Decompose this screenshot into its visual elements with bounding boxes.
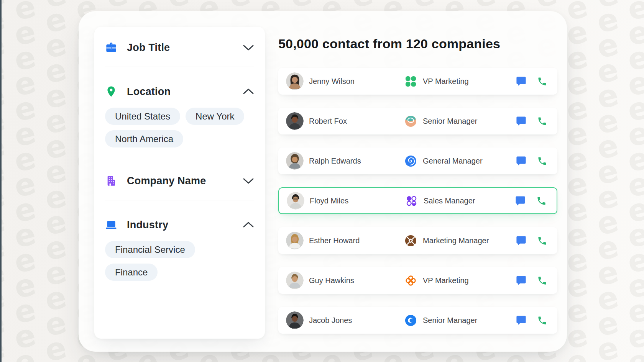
phone-button[interactable] (536, 155, 548, 167)
contact-name: Robert Fox (309, 117, 382, 126)
contact-list: Jenny Wilson VP Marketing (278, 68, 557, 334)
phone-button[interactable] (536, 275, 548, 286)
tag-row: North America (105, 130, 254, 147)
avatar (286, 311, 304, 329)
filter-label: Industry (127, 219, 243, 231)
chevron-down-icon (243, 177, 254, 184)
filter-tag-finance[interactable]: Finance (105, 264, 158, 281)
knot-logo (405, 275, 417, 287)
contact-row-guy-hawkins[interactable]: Guy Hawkins VP Marketing (278, 267, 557, 294)
drop-logo (405, 314, 417, 326)
chat-button[interactable] (515, 235, 527, 246)
filter-tag-north-america[interactable]: North America (105, 130, 183, 147)
spiral-logo (405, 155, 417, 167)
contact-row-jenny-wilson[interactable]: Jenny Wilson VP Marketing (278, 68, 557, 95)
rings-logo (406, 195, 417, 207)
chat-button[interactable] (515, 115, 527, 127)
avatar (286, 72, 304, 90)
screen-left-edge (0, 0, 2, 362)
tag-row: Finance (105, 264, 254, 281)
tag-row: Financial Service (105, 241, 254, 258)
filter-header-job-title[interactable]: Job Title (105, 37, 254, 58)
phone-button[interactable] (536, 235, 548, 246)
avatar (286, 152, 304, 170)
divider (105, 156, 254, 156)
briefcase-icon (105, 41, 117, 54)
phone-button[interactable] (536, 195, 547, 206)
filter-tag-united-states[interactable]: United States (105, 108, 180, 125)
clover-logo (405, 75, 417, 87)
chevron-up-icon (243, 221, 254, 228)
contact-job-title: Marketing Manager (423, 236, 515, 245)
contact-job-title: Senior Manager (423, 117, 515, 126)
swirl-logo (405, 115, 417, 127)
chat-button[interactable] (515, 314, 527, 326)
contact-name: Floyd Miles (310, 197, 383, 205)
contact-name: Jacob Jones (309, 316, 382, 325)
petals-logo (405, 235, 417, 247)
avatar (286, 112, 304, 130)
contact-row-ralph-edwards[interactable]: Ralph Edwards General Manager (278, 147, 557, 174)
chat-button[interactable] (515, 75, 527, 87)
filters-sidebar: Job Title Location (94, 27, 265, 339)
laptop-icon (105, 219, 117, 231)
building-icon (105, 175, 117, 187)
contact-row-robert-fox[interactable]: Robert Fox Senior Manager (278, 108, 557, 134)
contact-row-jacob-jones[interactable]: Jacob Jones Senior Manager (278, 307, 557, 334)
filter-label: Company Name (127, 175, 243, 187)
filter-header-location[interactable]: Location (105, 81, 254, 102)
filter-tag-financial-service[interactable]: Financial Service (105, 241, 195, 258)
contact-job-title: General Manager (423, 157, 515, 165)
chat-button[interactable] (515, 155, 527, 167)
chat-button[interactable] (514, 195, 526, 206)
contact-row-floyd-miles-selected[interactable]: Floyd Miles Sales Manager (278, 187, 557, 214)
phone-button[interactable] (536, 115, 548, 127)
contact-job-title: VP Marketing (423, 77, 515, 86)
chevron-down-icon (243, 44, 254, 51)
chevron-up-icon (243, 88, 254, 95)
contact-name: Ralph Edwards (309, 157, 382, 165)
avatar (286, 272, 304, 289)
chat-button[interactable] (515, 275, 527, 286)
map-pin-icon (105, 85, 117, 98)
phone-button[interactable] (536, 75, 548, 87)
contact-job-title: Senior Manager (423, 316, 515, 325)
contact-name: Jenny Wilson (309, 77, 382, 86)
contact-job-title: VP Marketing (423, 276, 515, 285)
filter-label: Job Title (127, 42, 243, 54)
contact-name: Guy Hawkins (309, 276, 382, 285)
filter-section-industry: Industry Financial Service Finance (105, 214, 254, 281)
contact-row-esther-howard[interactable]: Esther Howard Marketing Manager (278, 227, 557, 254)
contact-name: Esther Howard (309, 236, 382, 245)
filter-section-company-name: Company Name (105, 170, 254, 200)
tag-row: United States New York (105, 108, 254, 125)
results-title: 50,000 contact from 120 companies (278, 36, 557, 51)
filter-header-industry[interactable]: Industry (105, 214, 254, 236)
filter-header-company-name[interactable]: Company Name (105, 170, 254, 192)
avatar (286, 232, 304, 249)
contact-job-title: Sales Manager (424, 197, 514, 205)
divider (105, 67, 254, 67)
filter-section-job-title: Job Title (105, 37, 254, 67)
filter-section-location: Location United States New York North Am… (105, 81, 254, 156)
filter-tag-new-york[interactable]: New York (186, 108, 244, 125)
avatar (287, 192, 304, 210)
divider (105, 200, 254, 200)
filter-label: Location (127, 86, 243, 98)
app-card: Job Title Location (79, 11, 567, 352)
phone-button[interactable] (536, 314, 548, 326)
contacts-panel: 50,000 contact from 120 companies (278, 36, 557, 334)
